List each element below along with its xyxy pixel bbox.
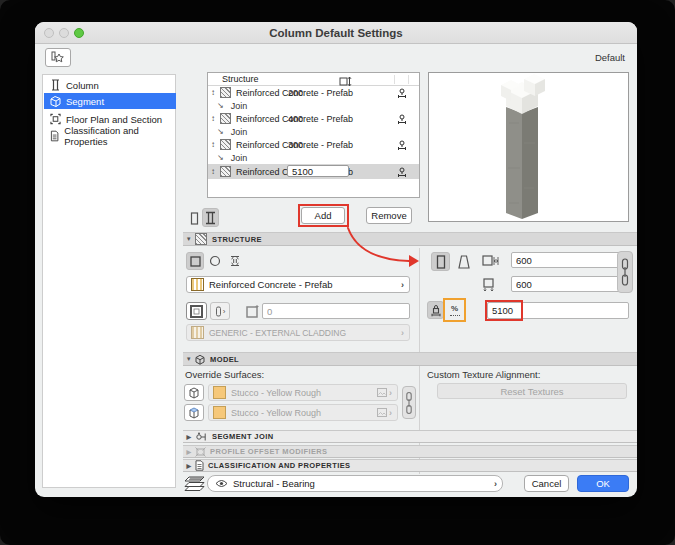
segment-height-value[interactable]: 300 xyxy=(288,140,303,150)
layer-name: Structural - Bearing xyxy=(233,478,315,489)
zoom-window-icon[interactable] xyxy=(74,28,84,38)
header-divider xyxy=(408,75,409,84)
segment-table-header[interactable]: Structure xyxy=(208,73,419,86)
reorder-updown-icon[interactable]: ↕ xyxy=(211,167,219,176)
close-window-icon[interactable] xyxy=(44,28,54,38)
reset-textures-button: Reset Textures xyxy=(437,383,627,399)
reorder-updown-icon[interactable]: ↕ xyxy=(211,88,219,97)
column-depth-input[interactable] xyxy=(511,276,629,292)
join-label: Join xyxy=(231,127,248,137)
segment-height-field[interactable] xyxy=(487,302,629,319)
uniform-column-toggle[interactable] xyxy=(188,210,201,227)
eye-icon xyxy=(215,479,228,488)
straight-column-button[interactable] xyxy=(431,252,450,271)
title-bar[interactable]: Column Default Settings xyxy=(35,22,637,44)
default-label[interactable]: Default xyxy=(595,52,625,63)
structure-column-header[interactable]: Structure xyxy=(222,74,259,84)
join-row[interactable]: ↘ Join xyxy=(208,125,419,138)
classification-section-header[interactable]: ▶ CLASSIFICATION AND PROPERTIES xyxy=(183,459,637,472)
collapse-triangle-icon[interactable]: ▼ xyxy=(183,356,195,362)
collapse-triangle-icon[interactable]: ▶ xyxy=(183,433,195,440)
document-icon xyxy=(50,130,59,142)
segmented-column-icon xyxy=(205,211,216,225)
tapered-column-button[interactable] xyxy=(454,252,473,271)
stretch-anchor-icon[interactable] xyxy=(397,167,407,177)
segment-icon xyxy=(50,95,61,107)
surface-name: Stucco - Yellow Rough xyxy=(231,408,321,418)
model-section-header[interactable]: ▼ MODEL xyxy=(183,352,637,366)
lock-icon xyxy=(430,304,442,317)
profile-shape-button[interactable] xyxy=(226,252,244,270)
dialog-title: Column Default Settings xyxy=(35,22,637,44)
circle-shape-button[interactable] xyxy=(206,252,224,270)
segment-row[interactable]: ↕ Reinforced Concrete - Prefab 300 xyxy=(208,138,419,151)
cancel-button[interactable]: Cancel xyxy=(524,475,569,492)
favorites-button[interactable] xyxy=(45,48,71,67)
column-preview-image xyxy=(429,73,628,221)
floor-plan-icon xyxy=(50,113,61,125)
segment-join-section-header[interactable]: ▶ SEGMENT JOIN xyxy=(183,430,637,443)
classification-label: CLASSIFICATION AND PROPERTIES xyxy=(208,461,350,470)
multi-segment-column-toggle[interactable] xyxy=(202,208,219,227)
sidebar-item-classification-and-properties[interactable]: Classification and Properties xyxy=(44,128,176,144)
join-icon: ↘ xyxy=(217,127,224,136)
veneer-icon xyxy=(190,305,203,318)
chevron-right-icon: › xyxy=(223,307,226,316)
ok-button[interactable]: OK xyxy=(577,475,629,492)
join-row[interactable]: ↘ Join xyxy=(208,99,419,112)
texture-image-icon xyxy=(377,388,387,397)
stretch-anchor-icon[interactable] xyxy=(397,114,407,124)
favorites-star-icon xyxy=(51,51,66,64)
veneer-thickness-input[interactable] xyxy=(262,303,410,319)
collapse-triangle-icon: ▶ xyxy=(183,448,195,455)
column-3d-preview[interactable] xyxy=(428,72,629,222)
stretch-anchor-icon[interactable] xyxy=(397,140,407,150)
join-row[interactable]: ↘ Join xyxy=(208,151,419,164)
remove-segment-button[interactable]: Remove xyxy=(366,207,412,224)
percent-icon: % xyxy=(451,305,458,312)
segment-height-value[interactable]: 200 xyxy=(288,88,303,98)
join-label: Join xyxy=(231,153,248,163)
structure-section-header[interactable]: ▼ STRUCTURE xyxy=(183,232,637,246)
chevron-right-icon: › xyxy=(494,479,497,489)
minimize-window-icon[interactable] xyxy=(59,28,69,38)
link-surfaces-button[interactable] xyxy=(402,386,416,419)
surface-top-face-button[interactable] xyxy=(184,404,204,421)
join-label: Join xyxy=(231,101,248,111)
column-default-settings-dialog: Column Default Settings Default Column S… xyxy=(35,22,637,497)
reorder-updown-icon[interactable]: ↕ xyxy=(211,140,219,149)
proportional-height-button[interactable]: % xyxy=(446,301,463,319)
chevron-right-icon: › xyxy=(389,408,392,418)
sidebar-item-column[interactable]: Column xyxy=(44,77,176,93)
stretch-anchor-icon[interactable] xyxy=(397,88,407,98)
collapse-triangle-icon[interactable]: ▼ xyxy=(183,236,195,242)
segment-height-input[interactable] xyxy=(287,165,349,177)
building-material-name: Reinforced Concrete - Prefab xyxy=(209,279,333,290)
sidebar-item-label: Column xyxy=(66,80,99,91)
segment-row[interactable]: ↕ Reinforced Concrete - Prefab 400 xyxy=(208,112,419,125)
measure-dots-icon xyxy=(450,312,460,316)
reorder-updown-icon[interactable]: ↕ xyxy=(211,114,219,123)
add-segment-button[interactable]: Add xyxy=(301,207,345,224)
classification-doc-icon xyxy=(195,460,204,471)
width-dimension-icon xyxy=(482,254,499,272)
fixed-height-lock-button[interactable] xyxy=(427,301,444,319)
collapse-triangle-icon[interactable]: ▶ xyxy=(183,462,195,469)
segment-height-value[interactable]: 400 xyxy=(288,114,303,124)
building-material-dropdown[interactable]: Reinforced Concrete - Prefab › xyxy=(186,276,410,293)
veneer-button[interactable] xyxy=(186,302,207,320)
veneer-options-button[interactable]: › xyxy=(210,302,230,320)
sidebar-item-segment[interactable]: Segment xyxy=(44,93,176,109)
surface-all-faces-button[interactable] xyxy=(184,384,204,401)
segment-row-selected[interactable]: ↕ Reinforced Concrete - Prefab xyxy=(208,164,419,179)
chevron-right-icon: › xyxy=(401,328,404,338)
i-beam-icon xyxy=(229,255,241,267)
link-dimensions-button[interactable] xyxy=(617,251,633,293)
segment-row[interactable]: ↕ Reinforced Concrete - Prefab 200 xyxy=(208,86,419,99)
chevron-right-icon: › xyxy=(389,388,392,398)
layer-icon xyxy=(184,476,206,495)
layer-dropdown[interactable]: Structural - Bearing › xyxy=(207,475,503,492)
column-width-input[interactable] xyxy=(511,252,629,268)
surface-swatch xyxy=(213,406,226,419)
rectangle-shape-button[interactable] xyxy=(186,252,204,270)
